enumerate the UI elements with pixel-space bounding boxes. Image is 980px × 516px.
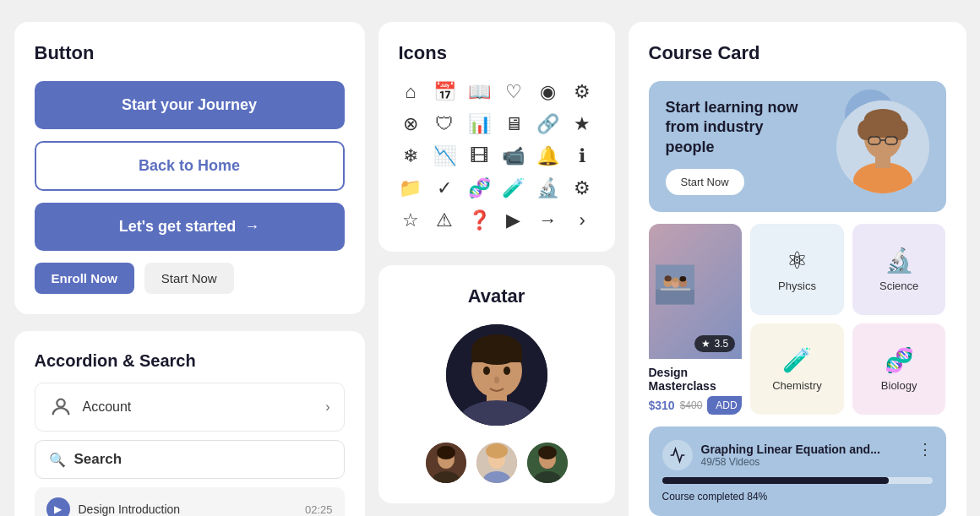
svg-point-7 (483, 367, 490, 375)
chart-bar-icon: 📊 (467, 113, 492, 135)
chemistry-label: Chemistry (772, 379, 822, 392)
svg-point-35 (664, 275, 671, 281)
hero-start-button[interactable]: Start Now (666, 169, 744, 195)
book-icon: 📖 (467, 81, 492, 103)
shield-icon: 🛡 (433, 113, 457, 135)
svg-point-8 (504, 367, 510, 375)
chemistry-subject-card[interactable]: 🧪 Chemistry (750, 323, 844, 415)
film-icon: 🎞 (467, 145, 492, 167)
progress-label: Course completed 84% (662, 491, 933, 502)
progress-bar-background (662, 477, 933, 484)
home-icon: ⌂ (399, 81, 423, 103)
info-icon: ℹ (570, 145, 595, 167)
svg-point-16 (486, 443, 508, 459)
icons-title: Icons (399, 42, 595, 64)
star-outline-icon: ☆ (399, 209, 423, 231)
gear-icon: ⚙ (570, 177, 595, 199)
share-icon: 🔗 (536, 113, 560, 135)
main-avatar (446, 324, 547, 426)
svg-rect-40 (656, 290, 695, 305)
more-options-icon[interactable]: ⋮ (917, 440, 933, 459)
snowflake-icon: ❄ (399, 145, 423, 167)
add-to-cart-button[interactable]: ADD (707, 396, 742, 415)
lets-get-started-button[interactable]: Let's get started → (35, 203, 345, 251)
course-card: Course Card Start learning now from indu… (629, 22, 966, 516)
start-now-button[interactable]: Start Now (144, 263, 234, 294)
hero-banner: Start learning now from industry people … (649, 81, 946, 212)
button-section-title: Button (35, 42, 345, 64)
course-price: $310 (649, 399, 675, 412)
chart-line-icon: 📉 (433, 145, 457, 167)
main-container: Button Start your Journey Back to Home L… (1, 8, 980, 516)
science-icon: 🔬 (885, 247, 914, 274)
chevron-right-icon: › (570, 209, 595, 231)
avatar-card: Avatar (378, 265, 615, 503)
biology-icon: 🧬 (885, 346, 914, 374)
svg-rect-4 (471, 350, 522, 362)
svg-point-39 (679, 276, 686, 281)
physics-icon: ⚛ (787, 247, 808, 274)
science-label: Science (879, 280, 918, 292)
settings-icon: ⚙ (570, 81, 595, 103)
physics-label: Physics (778, 280, 816, 292)
playlist-item[interactable]: ▶ Design Introduction 02:25 (35, 487, 345, 516)
courses-grid: ★ 3.5 Design Masterclass $310 $400 ADD (649, 224, 946, 415)
hero-avatar (836, 100, 929, 193)
question-icon: ❓ (467, 209, 492, 231)
accordion-card: Accordion & Search Account › 🔍 Search ▶ … (14, 331, 365, 516)
hero-text: Start learning now from industry people (666, 98, 801, 157)
enroll-now-button[interactable]: Enroll Now (35, 263, 134, 294)
playlist-title: Design Introduction (79, 502, 181, 516)
rating-badge: ★ 3.5 (694, 335, 735, 352)
biology-subject-card[interactable]: 🧬 Biology (852, 323, 946, 415)
warning-icon: ⚠ (433, 209, 457, 231)
right-column: Course Card Start learning now from indu… (629, 22, 966, 516)
svg-point-37 (672, 278, 678, 283)
course-image: ★ 3.5 (649, 224, 743, 359)
search-label: Search (74, 451, 122, 468)
star-icon: ★ (701, 338, 710, 350)
playlist-time: 02:25 (305, 503, 333, 516)
biology-label: Biology (881, 379, 917, 392)
svg-point-9 (494, 377, 499, 383)
left-column: Button Start your Journey Back to Home L… (14, 22, 365, 516)
mini-avatar-3 (527, 443, 568, 483)
avatar-image (446, 324, 547, 426)
user-circle-icon: ◉ (536, 81, 560, 103)
mini-avatar-1 (426, 443, 466, 483)
hero-avatar-image (836, 100, 929, 193)
course-name: Design Masterclass (649, 366, 743, 393)
start-journey-button[interactable]: Start your Journey (35, 81, 345, 129)
small-button-group: Enroll Now Start Now (35, 263, 345, 294)
account-label: Account (83, 399, 132, 415)
search-bar[interactable]: 🔍 Search (35, 440, 345, 479)
chemistry-icon: 🧪 (782, 346, 812, 374)
middle-column: Icons ⌂ 📅 📖 ♡ ◉ ⚙ ⊗ 🛡 📊 🖥 🔗 ★ ❄ 📉 🎞 (378, 22, 615, 516)
course-old-price: $400 (680, 399, 703, 411)
accordion-title: Accordion & Search (35, 351, 345, 371)
progress-title: Graphing Linear Equation and... (701, 443, 880, 456)
dna-icon: 🧬 (467, 177, 492, 199)
folder-icon: 📁 (399, 177, 423, 199)
svg-point-20 (538, 446, 557, 459)
svg-rect-32 (875, 155, 890, 168)
calendar-icon: 📅 (433, 81, 457, 103)
mini-avatar-2 (476, 443, 517, 483)
video-icon: 📹 (501, 145, 525, 167)
account-accordion-item[interactable]: Account › (35, 383, 345, 432)
back-home-button[interactable]: Back to Home (35, 141, 345, 191)
monitor-icon: 🖥 (501, 113, 525, 135)
icons-card: Icons ⌂ 📅 📖 ♡ ◉ ⚙ ⊗ 🛡 📊 🖥 🔗 ★ ❄ 📉 🎞 (378, 22, 615, 252)
science-subject-card[interactable]: 🔬 Science (852, 224, 946, 315)
button-card: Button Start your Journey Back to Home L… (14, 22, 365, 314)
cancel-icon: ⊗ (399, 113, 423, 135)
bell-icon: 🔔 (536, 145, 560, 167)
heart-icon: ♡ (501, 81, 525, 103)
play-icon: ▶ (501, 209, 525, 231)
star-filled-icon: ★ (570, 113, 595, 135)
physics-subject-card[interactable]: ⚛ Physics (750, 224, 844, 315)
svg-point-27 (864, 109, 901, 129)
progress-bar-fill (662, 477, 890, 484)
play-button-icon[interactable]: ▶ (46, 497, 70, 516)
account-icon (49, 395, 73, 419)
